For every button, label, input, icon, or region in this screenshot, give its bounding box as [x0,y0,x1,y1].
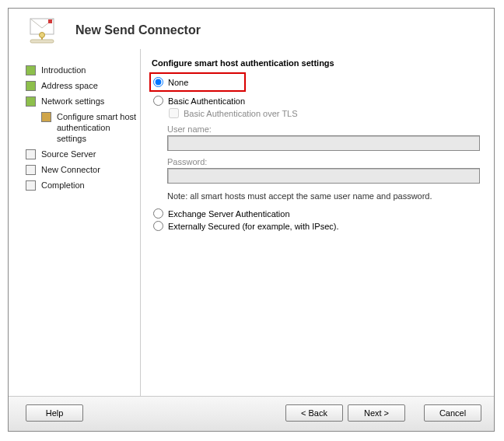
radio-none-input[interactable] [153,77,163,87]
radio-label: Externally Secured (for example, with IP… [168,222,338,231]
help-button[interactable]: Help [26,404,83,422]
sidebar-item-network-settings[interactable]: Network settings [26,96,137,107]
mail-icon [26,17,57,44]
sidebar-item-source-server[interactable]: Source Server [26,149,137,159]
radio-basic[interactable]: Basic Authentication [152,96,480,106]
back-button[interactable]: < Back [285,404,343,422]
page-title: New Send Connector [75,23,201,37]
svg-point-4 [40,33,45,38]
radio-label: None [168,78,188,87]
step-done-icon [26,65,36,75]
radio-none[interactable]: None [152,77,188,87]
sidebar-item-label: Configure smart host authentication sett… [57,111,137,144]
cancel-button[interactable]: Cancel [424,404,481,422]
sidebar-item-label: Network settings [41,96,104,107]
radio-exchange-input[interactable] [153,208,163,219]
wizard-sidebar: Introduction Address space Network setti… [9,49,141,396]
sidebar-item-smart-host-auth[interactable]: Configure smart host authentication sett… [41,111,137,144]
wizard-content: Configure smart host authentication sett… [141,49,494,396]
sidebar-item-address-space[interactable]: Address space [26,80,137,91]
password-field [167,168,480,184]
radio-external-input[interactable] [153,221,163,231]
sidebar-item-new-connector[interactable]: New Connector [26,164,137,175]
password-label: Password: [167,157,480,166]
svg-rect-3 [30,40,54,43]
username-label: User name: [167,124,480,134]
svg-rect-1 [48,19,52,23]
sidebar-item-label: Completion [41,180,85,191]
checkbox-basic-tls: Basic Authentication over TLS [167,108,480,118]
wizard-dialog: New Send Connector Introduction Address … [8,8,495,432]
wizard-body: Introduction Address space Network setti… [9,49,494,396]
username-field [167,135,480,151]
step-done-icon [26,96,36,107]
wizard-footer: Help < Back Next > Cancel [9,396,494,431]
radio-exchange[interactable]: Exchange Server Authentication [152,208,480,219]
step-pending-icon [26,165,36,175]
next-button[interactable]: Next > [348,404,405,422]
wizard-header: New Send Connector [9,9,494,49]
sidebar-item-completion[interactable]: Completion [26,180,137,191]
sidebar-item-introduction[interactable]: Introduction [26,65,137,75]
step-pending-icon [26,180,36,191]
sidebar-item-label: Source Server [41,149,96,159]
section-title: Configure smart host authentication sett… [152,58,480,68]
note-text: Note: all smart hosts must accept the sa… [167,191,480,201]
sidebar-item-label: Introduction [41,65,86,75]
sidebar-item-label: Address space [41,80,98,91]
highlight-box: None [149,72,246,92]
radio-label: Exchange Server Authentication [168,209,290,219]
radio-label: Basic Authentication [168,96,245,106]
checkbox-basic-tls-input [169,108,179,118]
radio-basic-input[interactable] [153,96,163,106]
checkbox-label: Basic Authentication over TLS [184,109,298,118]
sidebar-item-label: New Connector [41,164,100,175]
radio-external[interactable]: Externally Secured (for example, with IP… [152,221,480,231]
step-done-icon [26,81,36,91]
step-pending-icon [26,149,36,159]
step-current-icon [41,112,51,122]
